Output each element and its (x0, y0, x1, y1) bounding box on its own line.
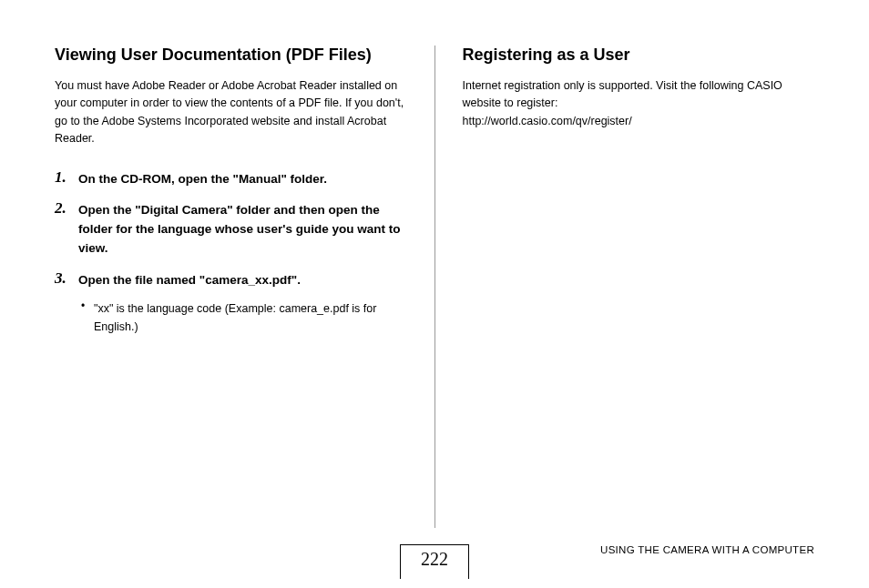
page-footer: 222 USING THE CAMERA WITH A COMPUTER (0, 542, 869, 579)
right-column: Registering as a User Internet registrat… (435, 46, 815, 519)
step-2: 2. Open the "Digital Camera" folder and … (55, 201, 407, 259)
right-intro: Internet registration only is supported.… (463, 77, 815, 130)
sub-bullet: "xx" is the language code (Example: came… (78, 299, 407, 337)
step-number: 1. (55, 168, 66, 187)
right-heading: Registering as a User (463, 46, 815, 65)
footer-section: USING THE CAMERA WITH A COMPUTER (600, 544, 814, 555)
left-column: Viewing User Documentation (PDF Files) Y… (55, 46, 434, 519)
step-text: On the CD-ROM, open the "Manual" folder. (78, 172, 327, 186)
step-text: Open the file named "camera_xx.pdf". (78, 273, 301, 287)
page-number-box: 222 (400, 544, 469, 579)
step-number: 3. (55, 269, 66, 288)
page-content: Viewing User Documentation (PDF Files) Y… (55, 46, 814, 519)
page-number: 222 (421, 549, 448, 569)
step-text: Open the "Digital Camera" folder and the… (78, 203, 401, 255)
sub-bullet-text: "xx" is the language code (Example: came… (94, 302, 376, 333)
left-heading: Viewing User Documentation (PDF Files) (55, 46, 407, 65)
step-1: 1. On the CD-ROM, open the "Manual" fold… (55, 170, 407, 189)
step-number: 2. (55, 199, 66, 218)
step-3: 3. Open the file named "camera_xx.pdf". … (55, 271, 407, 337)
steps-list: 1. On the CD-ROM, open the "Manual" fold… (55, 170, 407, 337)
left-intro: You must have Adobe Reader or Adobe Acro… (55, 77, 407, 148)
